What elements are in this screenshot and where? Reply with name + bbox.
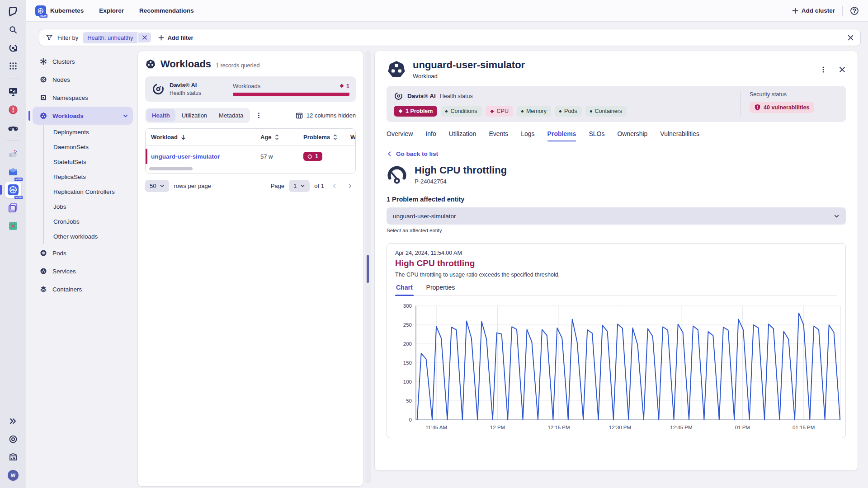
- go-back-link[interactable]: Go back to list: [387, 150, 438, 157]
- dynatrace-logo[interactable]: [5, 4, 21, 20]
- vulnerabilities-badge[interactable]: 40 vulnerabilities: [750, 102, 814, 113]
- sidebar-item-namespaces[interactable]: Namespaces: [33, 89, 136, 107]
- filter-bar[interactable]: Filter by Health: unhealthy Add filter: [39, 29, 861, 46]
- filter-chip-health-unhealthy[interactable]: Health: unhealthy: [83, 32, 137, 43]
- sidebar-item-containers[interactable]: Containers: [33, 280, 136, 298]
- column-header-truncated[interactable]: Wo: [345, 134, 356, 141]
- columns-hidden-button[interactable]: 12 columns hidden: [296, 112, 356, 119]
- previous-page-icon[interactable]: [329, 182, 340, 190]
- tab-slos[interactable]: SLOs: [589, 130, 604, 141]
- tab-info[interactable]: Info: [425, 130, 436, 141]
- sidebar-item-label: DaemonSets: [53, 144, 89, 150]
- add-filter-button[interactable]: Add filter: [158, 34, 193, 41]
- sidebar-item-deployments[interactable]: Deployments: [53, 125, 136, 140]
- tab-properties[interactable]: Properties: [425, 284, 456, 296]
- sidebar-item-nodes[interactable]: Nodes: [33, 70, 136, 89]
- tab-events[interactable]: Events: [489, 130, 508, 141]
- filter-by-label: Filter by: [57, 34, 78, 41]
- tab-metadata[interactable]: Metadata: [213, 109, 249, 122]
- column-header-problems[interactable]: Problems: [298, 134, 345, 141]
- copilot-icon[interactable]: [5, 40, 21, 56]
- sidebar-item-workloads[interactable]: Workloads: [33, 107, 133, 125]
- new-badge: NEW: [14, 178, 23, 181]
- sidebar-item-services[interactable]: Services: [33, 262, 136, 280]
- sidebar-item-other-workloads[interactable]: Other workloads: [53, 229, 136, 244]
- tab-overview[interactable]: Overview: [387, 130, 413, 141]
- tab-recommendations[interactable]: Recommendations: [139, 7, 194, 14]
- kubernetes-wheel-icon: [37, 7, 45, 15]
- new-badge: NEW: [39, 14, 47, 18]
- tab-vulnerabilities[interactable]: Vulnerabilities: [660, 130, 699, 141]
- chevron-down-icon: [160, 183, 165, 188]
- sidebar-item-pods[interactable]: Pods: [33, 244, 136, 262]
- sidebar-item-daemonsets[interactable]: DaemonSets: [53, 140, 136, 155]
- content-row: Clusters Nodes Namespaces Workloads Depl…: [26, 51, 868, 488]
- badge-1-problem[interactable]: 1 Problem: [394, 106, 437, 117]
- services-app-icon[interactable]: [5, 200, 21, 216]
- workload-security-app-icon[interactable]: [5, 218, 21, 234]
- sidebar-item-statefulsets[interactable]: StatefulSets: [53, 155, 136, 169]
- affected-entity-heading: 1 Problem affected entity: [387, 196, 846, 203]
- dynatrace-logo-icon: [8, 7, 18, 17]
- tab-logs[interactable]: Logs: [521, 130, 534, 141]
- filter-funnel-icon: [46, 34, 53, 41]
- column-header-workload[interactable]: Workload: [146, 134, 255, 141]
- tab-kubernetes-label: Kubernetes: [50, 7, 84, 14]
- close-icon[interactable]: [839, 66, 846, 73]
- rows-per-page-select[interactable]: 50: [145, 180, 169, 192]
- tab-problems[interactable]: Problems: [547, 130, 576, 141]
- clouds-app-icon[interactable]: NEW: [5, 164, 21, 180]
- tab-kubernetes[interactable]: NEW Kubernetes: [35, 5, 84, 16]
- badge-conditions[interactable]: Conditions: [441, 106, 481, 117]
- sidebar-item-replication-controllers[interactable]: Replication Controllers: [53, 184, 136, 199]
- sidebar-item-replicasets[interactable]: ReplicaSets: [53, 169, 136, 184]
- cloud-apps-icon[interactable]: [5, 145, 21, 162]
- workload-link[interactable]: unguard-user-simulator: [151, 153, 220, 160]
- search-icon[interactable]: [5, 22, 21, 38]
- tab-utilization[interactable]: Utilization: [176, 109, 212, 122]
- column-header-age[interactable]: Age: [255, 134, 298, 141]
- dashboards-icon[interactable]: [5, 84, 21, 100]
- badge-cpu[interactable]: CPU: [486, 106, 513, 117]
- tab-ownership[interactable]: Ownership: [617, 130, 647, 141]
- tab-explorer[interactable]: Explorer: [99, 7, 124, 14]
- kubernetes-app-icon[interactable]: NEW: [5, 182, 21, 198]
- apps-grid-icon[interactable]: [5, 58, 21, 74]
- davis-ai-icon: [394, 91, 403, 101]
- reports-icon[interactable]: [5, 449, 21, 465]
- clear-filters-button[interactable]: [847, 34, 854, 41]
- observe-binoculars-icon[interactable]: [5, 120, 21, 136]
- more-options-icon[interactable]: [820, 66, 827, 73]
- tab-health[interactable]: Health: [146, 109, 175, 122]
- sidebar-item-jobs[interactable]: Jobs: [53, 199, 136, 214]
- problems-icon[interactable]: [5, 102, 21, 118]
- badge-containers[interactable]: Containers: [585, 106, 627, 117]
- tab-chart[interactable]: Chart: [395, 284, 414, 296]
- page-select[interactable]: 1: [289, 180, 310, 192]
- expand-rail-icon[interactable]: [5, 413, 21, 429]
- next-page-icon[interactable]: [344, 182, 356, 190]
- plus-icon: [158, 35, 164, 41]
- horizontal-scrollbar-thumb[interactable]: [149, 167, 193, 170]
- remove-filter-chip-button[interactable]: [138, 33, 151, 42]
- add-cluster-button[interactable]: Add cluster: [792, 7, 835, 14]
- help-lifebuoy-icon[interactable]: [5, 431, 21, 447]
- badge-memory[interactable]: Memory: [517, 106, 551, 117]
- user-avatar[interactable]: W: [5, 467, 21, 483]
- problem-title: High CPU throttling: [415, 164, 507, 176]
- tab-utilization[interactable]: Utilization: [449, 130, 476, 141]
- badge-pods[interactable]: Pods: [555, 106, 582, 117]
- sidebar-item-label: Nodes: [52, 76, 70, 83]
- table-row: unguard-user-simulator 57 w 1 —: [146, 146, 355, 167]
- chevron-down-icon: [123, 113, 128, 119]
- problems-badge[interactable]: 1: [303, 152, 322, 161]
- sidebar-item-clusters[interactable]: Clusters: [33, 52, 136, 70]
- workloads-icon: [40, 112, 47, 119]
- sort-both-icon: [275, 134, 279, 140]
- panel-scrollbar-thumb[interactable]: [367, 255, 369, 283]
- sidebar-item-cronjobs[interactable]: CronJobs: [53, 214, 136, 229]
- help-icon[interactable]: [850, 6, 859, 15]
- affected-entity-select[interactable]: unguard-user-simulator: [387, 207, 846, 225]
- kubernetes-app-tile: NEW: [35, 5, 46, 16]
- more-options-icon[interactable]: [255, 112, 262, 119]
